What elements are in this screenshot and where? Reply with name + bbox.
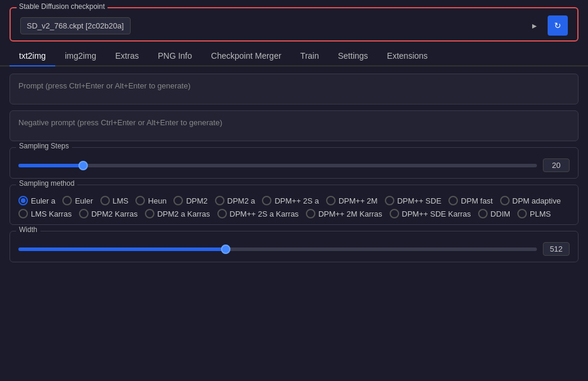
radio-label-dpmpp-2m: DPM++ 2M [339, 196, 378, 205]
radio-label-euler-a: Euler a [31, 196, 55, 205]
nav-tabs: txt2img img2img Extras PNG Info Checkpoi… [0, 46, 588, 66]
checkpoint-label: Stable Diffusion checkpoint [17, 2, 108, 11]
sampling-method-grid: Euler a Euler LMS Heun DPM2 [18, 196, 570, 218]
tab-img2img[interactable]: img2img [55, 46, 106, 66]
radio-label-dpm2: DPM2 [186, 196, 207, 205]
radio-circle-euler [62, 196, 72, 205]
radio-label-dpm2-a: DPM2 a [227, 196, 255, 205]
width-slider-row: 512 [18, 242, 570, 256]
refresh-icon: ↻ [554, 21, 561, 30]
radio-label-dpmpp-sde-karras: DPM++ SDE Karras [402, 209, 471, 218]
radio-dpmpp-2s-a-karras[interactable]: DPM++ 2S a Karras [217, 209, 299, 218]
tab-settings[interactable]: Settings [328, 46, 378, 66]
negative-prompt-input[interactable]: Negative prompt (press Ctrl+Enter or Alt… [10, 110, 578, 141]
radio-circle-dpm2-a-karras [145, 209, 154, 218]
radio-label-dpm-fast: DPM fast [461, 196, 492, 205]
radio-circle-dpm2-a [215, 196, 225, 205]
sampling-steps-slider-row: 20 [18, 158, 570, 172]
prompt-input[interactable]: Prompt (press Ctrl+Enter or Alt+Enter to… [10, 74, 578, 104]
radio-label-dpmpp-2s-a: DPM++ 2S a [274, 196, 318, 205]
radio-circle-lms [100, 196, 110, 205]
sampling-method-label: Sampling method [16, 179, 77, 188]
radio-circle-plms [517, 209, 527, 218]
radio-label-dpm2-karras: DPM2 Karras [91, 209, 138, 218]
radio-circle-dpm2 [173, 196, 183, 205]
radio-label-dpm-adaptive: DPM adaptive [513, 196, 561, 205]
width-fill [18, 247, 226, 251]
radio-dpmpp-2m[interactable]: DPM++ 2M [326, 196, 378, 205]
radio-label-heun: Heun [148, 196, 166, 205]
sampling-steps-track[interactable] [18, 164, 537, 167]
radio-dpm2-karras[interactable]: DPM2 Karras [79, 209, 138, 218]
radio-circle-heun [135, 196, 145, 205]
tab-checkpoint-merger[interactable]: Checkpoint Merger [201, 46, 290, 66]
radio-label-dpm2-a-karras: DPM2 a Karras [157, 209, 210, 218]
radio-circle-dpmpp-2m [326, 196, 336, 205]
sampling-steps-value[interactable]: 20 [543, 158, 570, 172]
radio-lms[interactable]: LMS [100, 196, 129, 205]
checkpoint-select-wrapper: SD_v2_768.ckpt [2c02b20a] [20, 17, 543, 34]
radio-circle-dpm-fast [448, 196, 458, 205]
refresh-checkpoint-button[interactable]: ↻ [548, 15, 568, 36]
radio-circle-dpmpp-sde [385, 196, 394, 205]
sampling-steps-group: Sampling Steps 20 [10, 147, 578, 179]
radio-label-euler: Euler [75, 196, 93, 205]
sampling-steps-label: Sampling Steps [16, 142, 72, 150]
radio-heun[interactable]: Heun [135, 196, 166, 205]
radio-lms-karras[interactable]: LMS Karras [18, 209, 72, 218]
radio-dpm2-a-karras[interactable]: DPM2 a Karras [145, 209, 210, 218]
radio-dpm2-a[interactable]: DPM2 a [215, 196, 255, 205]
radio-dpmpp-2m-karras[interactable]: DPM++ 2M Karras [306, 209, 382, 218]
radio-label-dpmpp-2s-a-karras: DPM++ 2S a Karras [230, 209, 299, 218]
radio-circle-lms-karras [18, 209, 28, 218]
radio-plms[interactable]: PLMS [517, 209, 551, 218]
radio-circle-dpmpp-2m-karras [306, 209, 315, 218]
sampling-steps-thumb[interactable] [78, 161, 88, 170]
radio-circle-dpm-adaptive [500, 196, 510, 205]
tab-extensions[interactable]: Extensions [378, 46, 437, 66]
radio-dpm-fast[interactable]: DPM fast [448, 196, 492, 205]
width-thumb[interactable] [221, 245, 230, 254]
radio-label-ddim: DDIM [491, 209, 510, 218]
radio-label-plms: PLMS [530, 209, 551, 218]
radio-dpmpp-sde[interactable]: DPM++ SDE [385, 196, 441, 205]
radio-circle-dpm2-karras [79, 209, 88, 218]
radio-circle-euler-a [18, 196, 28, 205]
radio-dpm2[interactable]: DPM2 [173, 196, 207, 205]
checkpoint-select[interactable]: SD_v2_768.ckpt [2c02b20a] [20, 17, 131, 34]
radio-circle-dpmpp-2s-a [262, 196, 271, 205]
radio-dpmpp-2s-a[interactable]: DPM++ 2S a [262, 196, 318, 205]
radio-circle-ddim [478, 209, 488, 218]
radio-euler[interactable]: Euler [62, 196, 93, 205]
radio-label-dpmpp-sde: DPM++ SDE [397, 196, 441, 205]
radio-dpmpp-sde-karras[interactable]: DPM++ SDE Karras [390, 209, 471, 218]
width-label: Width [16, 226, 40, 234]
sampling-steps-fill [18, 164, 83, 167]
width-value[interactable]: 512 [543, 242, 570, 256]
tab-txt2img[interactable]: txt2img [10, 46, 55, 66]
radio-label-lms-karras: LMS Karras [31, 209, 72, 218]
sampling-method-group: Sampling method Euler a Euler LMS He [10, 185, 578, 225]
radio-label-dpmpp-2m-karras: DPM++ 2M Karras [318, 209, 382, 218]
tab-extras[interactable]: Extras [106, 46, 148, 66]
width-track[interactable] [18, 247, 537, 251]
checkpoint-row: SD_v2_768.ckpt [2c02b20a] ↻ [20, 15, 568, 36]
radio-euler-a[interactable]: Euler a [18, 196, 55, 205]
checkpoint-area: Stable Diffusion checkpoint SD_v2_768.ck… [10, 7, 578, 42]
tab-train[interactable]: Train [291, 46, 328, 66]
radio-circle-dpmpp-sde-karras [390, 209, 399, 218]
radio-dpm-adaptive[interactable]: DPM adaptive [500, 196, 561, 205]
app-container: Stable Diffusion checkpoint SD_v2_768.ck… [0, 0, 588, 381]
width-group: Width 512 [10, 231, 578, 262]
tab-png-info[interactable]: PNG Info [148, 46, 202, 66]
radio-label-lms: LMS [113, 196, 129, 205]
radio-circle-dpmpp-2s-a-karras [217, 209, 227, 218]
radio-ddim[interactable]: DDIM [478, 209, 510, 218]
main-content: Prompt (press Ctrl+Enter or Alt+Enter to… [0, 66, 588, 381]
